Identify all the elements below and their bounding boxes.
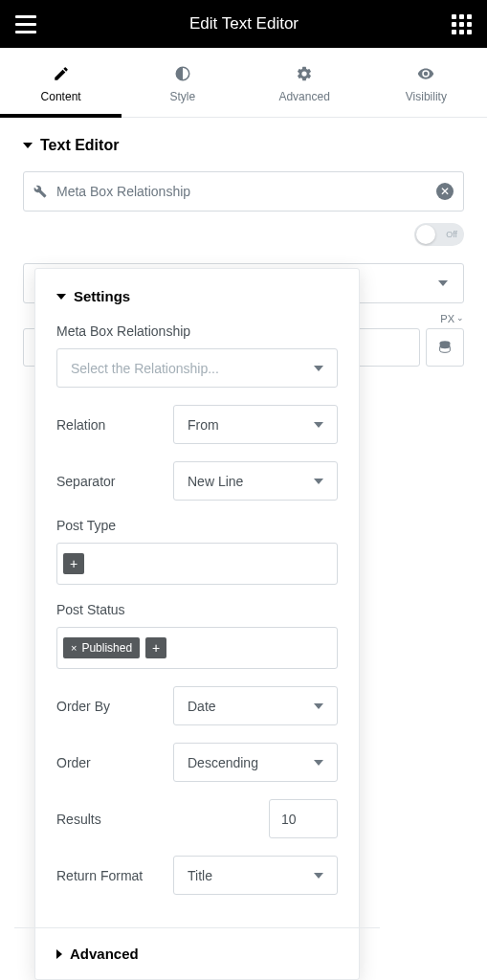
- settings-section-header[interactable]: Settings: [56, 288, 338, 304]
- relationship-select[interactable]: Select the Relationship...: [56, 348, 338, 386]
- tab-style[interactable]: Style: [122, 48, 243, 117]
- relationship-placeholder: Select the Relationship...: [71, 361, 219, 376]
- settings-title: Settings: [74, 288, 130, 304]
- section-title: Text Editor: [40, 137, 119, 154]
- toggle-label: Off: [446, 230, 457, 239]
- tab-style-label: Style: [170, 90, 196, 103]
- clear-icon[interactable]: ✕: [436, 183, 454, 200]
- pencil-icon: [53, 65, 70, 82]
- caret-down-icon: [56, 294, 66, 300]
- contrast-icon: [174, 65, 191, 82]
- tab-advanced[interactable]: Advanced: [244, 48, 365, 117]
- settings-popover: Settings Meta Box Relationship Select th…: [34, 268, 360, 386]
- menu-icon[interactable]: [15, 15, 36, 33]
- eye-icon: [417, 65, 434, 82]
- tabs: Content Style Advanced Visibility: [0, 48, 487, 118]
- wrench-icon: [33, 185, 47, 198]
- tab-visibility-label: Visibility: [406, 90, 447, 103]
- page-title: Edit Text Editor: [36, 14, 452, 33]
- tab-content[interactable]: Content: [0, 48, 122, 117]
- section-text-editor[interactable]: Text Editor: [23, 137, 464, 154]
- toggle-switch[interactable]: Off: [414, 223, 464, 246]
- database-icon: [437, 340, 453, 355]
- relationship-label: Meta Box Relationship: [56, 323, 338, 339]
- tab-content-label: Content: [41, 90, 81, 103]
- px-label: PX: [440, 313, 454, 324]
- tab-visibility[interactable]: Visibility: [365, 48, 487, 117]
- chevron-down-icon: ⌄: [456, 313, 464, 324]
- header-bar: Edit Text Editor: [0, 0, 487, 48]
- caret-down-icon: [23, 143, 33, 148]
- chevron-down-icon: [314, 366, 323, 371]
- dynamic-button[interactable]: [426, 328, 464, 367]
- dynamic-tag-field[interactable]: ✕: [23, 171, 464, 212]
- gear-icon: [296, 65, 313, 82]
- tab-advanced-label: Advanced: [278, 90, 329, 103]
- chevron-down-icon: [438, 280, 448, 286]
- apps-grid-icon[interactable]: [452, 14, 472, 34]
- toggle-knob: [416, 225, 435, 244]
- dynamic-tag-input[interactable]: [56, 184, 436, 199]
